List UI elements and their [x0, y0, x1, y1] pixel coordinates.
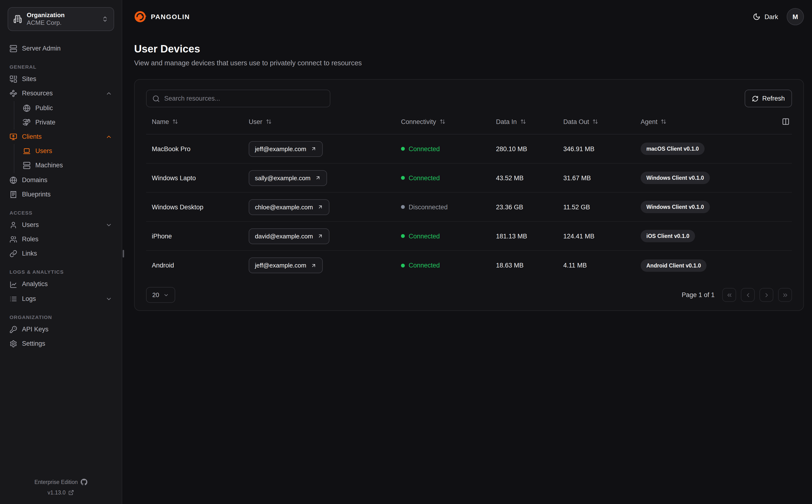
sidebar-item-links[interactable]: Links	[8, 247, 114, 261]
laptop-icon	[23, 147, 31, 155]
status-label: Disconnected	[409, 203, 448, 211]
search-input[interactable]	[164, 95, 324, 102]
data-out-value: 4.11 MB	[563, 262, 641, 269]
list-icon	[10, 295, 17, 303]
status-label: Connected	[409, 145, 440, 152]
data-out-value: 11.52 GB	[563, 203, 641, 211]
column-header-name[interactable]: Name	[146, 118, 249, 125]
avatar-initial: M	[792, 13, 798, 21]
external-link-icon[interactable]	[68, 490, 74, 495]
sidebar-item-label: Settings	[22, 340, 45, 348]
clients-sub-list: Users Machines	[14, 144, 114, 173]
status-dot	[401, 263, 405, 267]
first-page-button[interactable]	[722, 288, 736, 302]
sidebar-item-users[interactable]: Users	[8, 218, 114, 232]
status-dot	[401, 176, 405, 180]
sidebar-item-domains[interactable]: Domains	[8, 173, 114, 187]
chart-line-icon	[10, 281, 17, 288]
sidebar-item-api-keys[interactable]: API Keys	[8, 322, 114, 337]
sidebar-item-label: Sites	[22, 75, 36, 83]
sidebar-item-blueprints[interactable]: Blueprints	[8, 187, 114, 201]
user-email: sally@example.com	[255, 174, 311, 181]
user-link-button[interactable]: david@example.com	[249, 228, 329, 244]
avatar[interactable]: M	[787, 8, 804, 25]
brand: PANGOLIN	[134, 10, 190, 23]
refresh-button[interactable]: Refresh	[745, 90, 792, 107]
sidebar-item-clients-users[interactable]: Users	[21, 144, 114, 158]
user-link-button[interactable]: sally@example.com	[249, 170, 327, 186]
device-name: MacBook Pro	[146, 145, 249, 152]
org-switcher-label: Organization	[27, 11, 65, 19]
chevrons-up-down-icon	[102, 16, 108, 22]
sort-icon	[592, 119, 598, 124]
table-footer: 20 Page 1 of 1	[146, 287, 792, 303]
status-dot	[401, 147, 405, 151]
arrow-up-right-icon	[317, 233, 323, 239]
page-size-value: 20	[152, 291, 159, 298]
connectivity-status: Connected	[401, 262, 496, 269]
chevron-down-icon	[105, 222, 112, 228]
device-name: Windows Lapto	[146, 174, 249, 181]
sidebar-item-label: Clients	[22, 133, 42, 141]
sidebar-item-label: Server Admin	[22, 45, 61, 52]
arrow-up-right-icon	[317, 204, 323, 210]
data-out-value: 124.41 MB	[563, 232, 641, 240]
sidebar-item-private[interactable]: Private	[21, 115, 114, 130]
sidebar-item-server-admin[interactable]: Server Admin	[8, 41, 114, 56]
sidebar-item-public[interactable]: Public	[21, 101, 114, 115]
column-header-label: Agent	[641, 118, 658, 125]
chevron-down-icon	[163, 292, 169, 298]
data-in-value: 18.63 MB	[496, 262, 563, 269]
user-link-button[interactable]: jeff@example.com	[249, 257, 323, 273]
sidebar-nav: Server Admin GENERAL Sites Resources Pub…	[8, 31, 114, 351]
agent-badge: Windows Client v0.1.0	[641, 201, 710, 213]
theme-toggle[interactable]: Dark	[753, 13, 778, 21]
next-page-button[interactable]	[760, 288, 773, 302]
sidebar-footer: Enterprise Edition v1.13.0	[8, 479, 114, 497]
resources-sub-list: Public Private	[14, 101, 114, 130]
column-header-label: Data In	[496, 118, 517, 125]
connectivity-status: Connected	[401, 145, 496, 152]
search-icon	[152, 95, 160, 102]
column-header-label: Connectivity	[401, 118, 436, 125]
column-header-connectivity[interactable]: Connectivity	[401, 118, 496, 125]
previous-page-button[interactable]	[741, 288, 755, 302]
data-in-value: 43.52 MB	[496, 174, 563, 181]
table-row: Windows Lapto sally@example.com Connecte…	[146, 164, 792, 193]
sidebar-item-label: Users	[35, 147, 52, 155]
sidebar-item-label: Resources	[22, 90, 53, 98]
table-header-row: Name User Connectivity Data In	[146, 115, 792, 134]
user-email: jeff@example.com	[255, 145, 306, 152]
sidebar-item-analytics[interactable]: Analytics	[8, 277, 114, 292]
column-header-data-out[interactable]: Data Out	[563, 118, 641, 125]
edition-label: Enterprise Edition	[34, 479, 78, 485]
agent-badge: Windows Client v0.1.0	[641, 172, 710, 184]
sidebar-item-label: Roles	[22, 236, 38, 243]
chevrons-right-icon	[782, 292, 788, 298]
sidebar-item-clients[interactable]: Clients	[8, 130, 114, 144]
status-dot	[401, 234, 405, 238]
user-email: jeff@example.com	[255, 262, 306, 269]
last-page-button[interactable]	[778, 288, 792, 302]
sidebar-item-resources[interactable]: Resources	[8, 87, 114, 101]
sidebar-item-sites[interactable]: Sites	[8, 72, 114, 86]
sidebar-item-logs[interactable]: Logs	[8, 292, 114, 306]
github-icon[interactable]	[81, 479, 87, 485]
scrollbar-thumb[interactable]	[123, 250, 124, 257]
column-header-agent[interactable]: Agent	[641, 118, 775, 125]
sidebar-item-machines[interactable]: Machines	[21, 159, 114, 173]
page-size-select[interactable]: 20	[146, 287, 175, 303]
user-link-button[interactable]: chloe@example.com	[249, 199, 329, 215]
column-header-user[interactable]: User	[249, 118, 401, 125]
org-switcher[interactable]: Organization ACME Corp.	[8, 7, 114, 31]
user-link-button[interactable]: jeff@example.com	[249, 141, 323, 157]
table-row: Android jeff@example.com Connected 18.63…	[146, 251, 792, 280]
data-in-value: 181.13 MB	[496, 232, 563, 240]
toggle-columns-button[interactable]	[780, 115, 792, 128]
sidebar-item-roles[interactable]: Roles	[8, 232, 114, 247]
connectivity-status: Connected	[401, 174, 496, 181]
sidebar-item-settings[interactable]: Settings	[8, 337, 114, 351]
user-email: david@example.com	[255, 232, 313, 240]
column-header-data-in[interactable]: Data In	[496, 118, 563, 125]
brand-name: PANGOLIN	[151, 13, 190, 21]
